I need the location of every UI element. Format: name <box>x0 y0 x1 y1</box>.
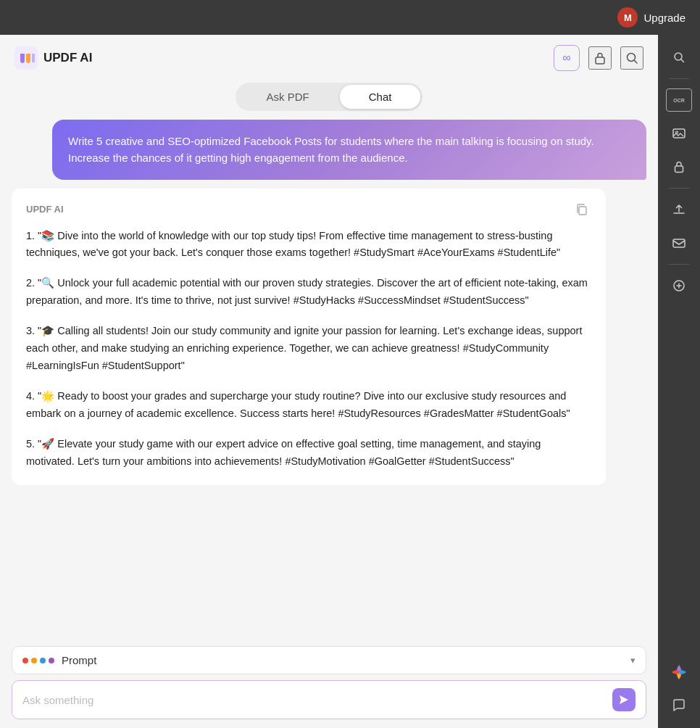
topbar: M Upgrade <box>0 0 700 35</box>
dot-blue <box>40 658 46 663</box>
ai-label-row: UPDF AI <box>26 200 591 219</box>
ai-post-2: 2. "🔍 Unlock your full academic potentia… <box>26 275 591 310</box>
logo-text: UPDF AI <box>43 51 92 65</box>
prompt-bar[interactable]: Prompt ▾ <box>12 646 646 674</box>
dot-purple <box>49 658 54 663</box>
infinity-button[interactable]: ∞ <box>554 45 580 71</box>
panel-header: UPDF AI ∞ <box>0 35 658 77</box>
user-message-bubble: Write 5 creative and SEO-optimized Faceb… <box>52 120 646 180</box>
chevron-down-icon: ▾ <box>630 655 636 666</box>
copy-button[interactable] <box>572 200 591 219</box>
sidebar-divider-2 <box>669 188 689 189</box>
svg-rect-7 <box>675 166 683 173</box>
ai-label: UPDF AI <box>26 204 64 215</box>
lock-button[interactable] <box>588 46 612 70</box>
bottom-area: Prompt ▾ <box>0 639 658 728</box>
right-sidebar: OCR <box>658 35 700 728</box>
ai-post-5: 5. "🚀 Elevate your study game with our e… <box>26 436 591 471</box>
sidebar-ai-icon[interactable] <box>664 657 694 687</box>
tabs-bar: Ask PDF Chat <box>0 77 658 120</box>
search-header-button[interactable] <box>620 46 643 70</box>
sidebar-divider-1 <box>669 78 689 79</box>
ai-content: 1. "📚 Dive into the world of knowledge w… <box>26 228 591 471</box>
dot-orange <box>31 658 37 663</box>
tab-chat[interactable]: Chat <box>340 85 421 109</box>
ai-post-1: 1. "📚 Dive into the world of knowledge w… <box>26 228 591 262</box>
sidebar-upload-icon[interactable] <box>664 194 694 225</box>
svg-rect-1 <box>596 57 604 64</box>
sidebar-chat-icon[interactable] <box>664 690 694 721</box>
chat-area[interactable]: Write 5 creative and SEO-optimized Faceb… <box>0 120 658 639</box>
svg-rect-8 <box>673 239 685 247</box>
dot-red <box>22 658 28 663</box>
tab-ask-pdf[interactable]: Ask PDF <box>238 85 338 109</box>
prompt-label: Prompt <box>62 654 630 666</box>
tabs-container: Ask PDF Chat <box>236 83 423 111</box>
chat-input[interactable] <box>22 694 605 706</box>
ai-post-3: 3. "🎓 Calling all students! Join our stu… <box>26 323 591 375</box>
sidebar-divider-3 <box>669 264 689 265</box>
send-button[interactable] <box>612 688 636 711</box>
sidebar-ocr-icon[interactable]: OCR <box>664 85 694 115</box>
ai-response-block: UPDF AI 1. "📚 Dive into the world of kno… <box>12 189 606 485</box>
upgrade-button[interactable]: M Upgrade <box>617 7 686 28</box>
sidebar-mail-icon[interactable] <box>664 228 694 258</box>
input-row <box>12 680 646 719</box>
user-avatar: M <box>617 7 638 28</box>
main-layout: UPDF AI ∞ Ask PDF <box>0 35 700 728</box>
svg-point-2 <box>628 54 636 62</box>
logo-area: UPDF AI <box>14 46 92 70</box>
sidebar-archive-icon[interactable] <box>664 270 694 301</box>
sidebar-image-icon[interactable] <box>664 118 694 149</box>
ai-post-4: 4. "🌟 Ready to boost your grades and sup… <box>26 388 591 423</box>
prompt-dots <box>22 658 54 663</box>
sidebar-lock-icon[interactable] <box>664 152 694 182</box>
center-panel: UPDF AI ∞ Ask PDF <box>0 35 658 728</box>
infinity-icon: ∞ <box>562 51 570 65</box>
updf-logo-icon <box>14 46 38 70</box>
sidebar-search-icon[interactable] <box>664 42 694 73</box>
svg-rect-3 <box>579 207 586 215</box>
